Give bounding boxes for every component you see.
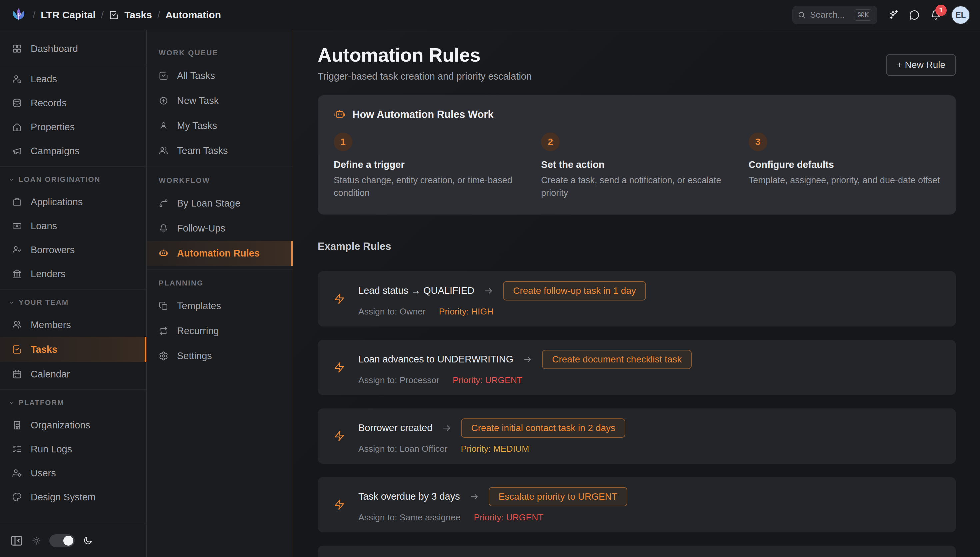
robot-icon <box>159 249 168 258</box>
sidebar-item-leads[interactable]: Leads <box>0 67 146 91</box>
sidebar-item-applications[interactable]: Applications <box>0 190 146 214</box>
subnav-item-by-loan-stage[interactable]: By Loan Stage <box>147 191 293 216</box>
rule-assignee: Assign to: Owner <box>358 306 426 317</box>
rule-assignee: Assign to: Same assignee <box>358 512 460 523</box>
rule-action-button[interactable]: Escalate priority to URGENT <box>489 487 627 507</box>
sidebar-group-your-team: YOUR TEAM Members Tasks Calendar <box>0 289 146 387</box>
app-logo-icon[interactable] <box>10 7 27 24</box>
sidebar-item-organizations[interactable]: Organizations <box>0 413 146 437</box>
subnav-item-settings[interactable]: Settings <box>147 344 293 368</box>
subnav-item-team-tasks[interactable]: Team Tasks <box>147 138 293 163</box>
breadcrumb-separator: / <box>157 9 160 21</box>
rule-action-button[interactable]: Create document checklist task <box>542 350 692 369</box>
arrow-right-icon <box>442 423 452 433</box>
subnav-item-label: Automation Rules <box>177 248 260 259</box>
moon-icon <box>83 536 93 546</box>
rule-action-button[interactable]: Create follow-up task in 1 day <box>503 281 646 300</box>
landmark-bank-icon <box>12 269 22 279</box>
chat-icon[interactable] <box>909 9 920 21</box>
sidebar-item-label: Tasks <box>31 344 57 355</box>
main-content: Automation Rules Trigger-based task crea… <box>294 30 980 557</box>
collapse-sidebar-icon[interactable] <box>10 534 23 547</box>
subnav-section-work-queue: WORK QUEUE <box>147 42 293 63</box>
breadcrumb: / LTR Capital / Tasks / Automation <box>33 9 221 21</box>
subnav-item-automation-rules[interactable]: Automation Rules <box>147 241 293 266</box>
sidebar-item-label: Organizations <box>31 420 90 431</box>
sidebar-group: Dashboard <box>0 36 146 61</box>
sidebar-item-lenders[interactable]: Lenders <box>0 262 146 286</box>
arrow-right-icon <box>469 492 479 502</box>
sidebar-group: Leads Records Properties Campaigns <box>0 64 146 164</box>
users-icon <box>159 146 168 156</box>
user-search-icon <box>12 74 22 84</box>
search-box[interactable]: ⌘K <box>792 6 877 24</box>
arrow-right-icon <box>484 286 494 296</box>
sidebar-item-campaigns[interactable]: Campaigns <box>0 139 146 163</box>
step-description: Create a task, send a notification, or e… <box>541 174 732 199</box>
subnav-item-all-tasks[interactable]: All Tasks <box>147 63 293 88</box>
subnav-item-my-tasks[interactable]: My Tasks <box>147 113 293 138</box>
rule-card: Lead status → QUALIFIED Create follow-up… <box>318 271 956 326</box>
sidebar-section-label: YOUR TEAM <box>19 298 68 307</box>
sidebar-nav: Dashboard Leads Records Properties <box>0 30 146 524</box>
subnav-group-work-queue: WORK QUEUE All Tasks New Task My Tasks T… <box>147 42 293 163</box>
user-check-icon <box>12 245 22 255</box>
sidebar-section-label: LOAN ORIGINATION <box>19 175 100 184</box>
sidebar-footer <box>0 524 146 557</box>
megaphone-icon <box>12 146 22 156</box>
sidebar-item-loans[interactable]: Loans <box>0 214 146 238</box>
ai-sparkles-icon[interactable] <box>887 9 898 21</box>
how-it-works-card: How Automation Rules Work 1 Define a tri… <box>318 95 956 215</box>
subnav-item-templates[interactable]: Templates <box>147 293 293 318</box>
sidebar-item-properties[interactable]: Properties <box>0 115 146 139</box>
how-card-title: How Automation Rules Work <box>352 109 494 121</box>
sun-icon <box>31 536 41 546</box>
zap-icon <box>334 293 345 305</box>
subnav-item-new-task[interactable]: New Task <box>147 88 293 113</box>
search-icon <box>797 11 806 20</box>
step-number-badge: 1 <box>334 133 352 151</box>
plus-circle-icon <box>159 96 168 106</box>
user-gear-icon <box>12 468 22 478</box>
sidebar-section-your-team[interactable]: YOUR TEAM <box>0 292 146 313</box>
chevron-down-icon <box>8 176 15 183</box>
sidebar-item-design-system[interactable]: Design System <box>0 485 146 509</box>
breadcrumb-section[interactable]: Tasks <box>124 9 152 21</box>
rule-trigger: Lead status → QUALIFIED <box>358 285 475 296</box>
check-square-icon <box>109 10 119 20</box>
chevron-down-icon <box>8 399 15 406</box>
sidebar-item-run-logs[interactable]: Run Logs <box>0 437 146 461</box>
sidebar-item-members[interactable]: Members <box>0 313 146 337</box>
subnav-item-recurring[interactable]: Recurring <box>147 318 293 344</box>
sidebar-item-records[interactable]: Records <box>0 91 146 115</box>
new-rule-button[interactable]: + New Rule <box>886 54 956 76</box>
palette-icon <box>12 492 22 502</box>
search-input[interactable] <box>810 10 850 20</box>
sidebar-item-borrowers[interactable]: Borrowers <box>0 238 146 262</box>
sidebar-section-loan-origination[interactable]: LOAN ORIGINATION <box>0 169 146 190</box>
sidebar-group-loan-origination: LOAN ORIGINATION Applications Loans Borr… <box>0 166 146 287</box>
subnav-item-follow-ups[interactable]: Follow-Ups <box>147 216 293 241</box>
notifications-bell-icon[interactable]: 1 <box>930 9 941 21</box>
breadcrumb-company[interactable]: LTR Capital <box>41 9 95 21</box>
briefcase-icon <box>12 197 22 207</box>
topbar: / LTR Capital / Tasks / Automation ⌘K 1 … <box>0 0 980 30</box>
sidebar-item-tasks[interactable]: Tasks <box>0 337 146 362</box>
rule-action-button[interactable]: Create initial contact task in 2 days <box>461 419 625 438</box>
sidebar-item-label: Leads <box>31 73 57 85</box>
subnav-section-planning: PLANNING <box>147 273 293 293</box>
sidebar-section-platform[interactable]: PLATFORM <box>0 393 146 413</box>
sidebar: Dashboard Leads Records Properties <box>0 30 147 557</box>
theme-toggle[interactable] <box>49 534 75 547</box>
rule-card: Loan advances to UNDERWRITING Create doc… <box>318 340 956 395</box>
sidebar-item-label: Design System <box>31 492 96 503</box>
rule-trigger: Loan advances to UNDERWRITING <box>358 354 513 365</box>
sidebar-item-calendar[interactable]: Calendar <box>0 362 146 386</box>
sidebar-item-dashboard[interactable]: Dashboard <box>0 37 146 60</box>
avatar[interactable]: EL <box>951 6 970 24</box>
subnav-item-label: Follow-Ups <box>177 223 225 234</box>
sidebar-item-users[interactable]: Users <box>0 461 146 485</box>
rule-body: Loan advances to UNDERWRITING Create doc… <box>358 350 692 386</box>
step-number-badge: 3 <box>748 133 767 151</box>
example-rules-heading: Example Rules <box>318 241 956 252</box>
